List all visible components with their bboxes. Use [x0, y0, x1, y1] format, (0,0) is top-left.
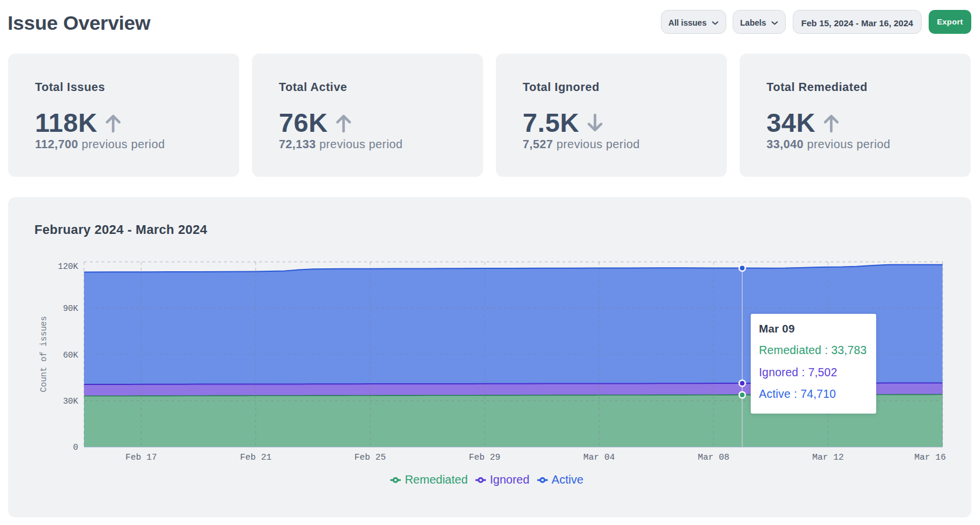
svg-text:30K: 30K [63, 397, 78, 406]
svg-text:Mar 16: Mar 16 [915, 453, 946, 463]
svg-text:Feb 17: Feb 17 [125, 453, 157, 463]
svg-text:Mar 08: Mar 08 [698, 453, 729, 463]
svg-text:Feb 29: Feb 29 [469, 453, 501, 463]
svg-text:0: 0 [73, 443, 78, 452]
svg-text:Count of issues: Count of issues [39, 316, 48, 393]
svg-text:Feb 21: Feb 21 [240, 453, 271, 463]
svg-text:90K: 90K [63, 304, 78, 313]
svg-text:120K: 120K [58, 262, 78, 271]
svg-text:Feb 25: Feb 25 [355, 453, 386, 463]
svg-text:Mar 04: Mar 04 [583, 453, 615, 463]
svg-text:60K: 60K [63, 351, 78, 360]
svg-text:Mar 12: Mar 12 [813, 453, 844, 463]
